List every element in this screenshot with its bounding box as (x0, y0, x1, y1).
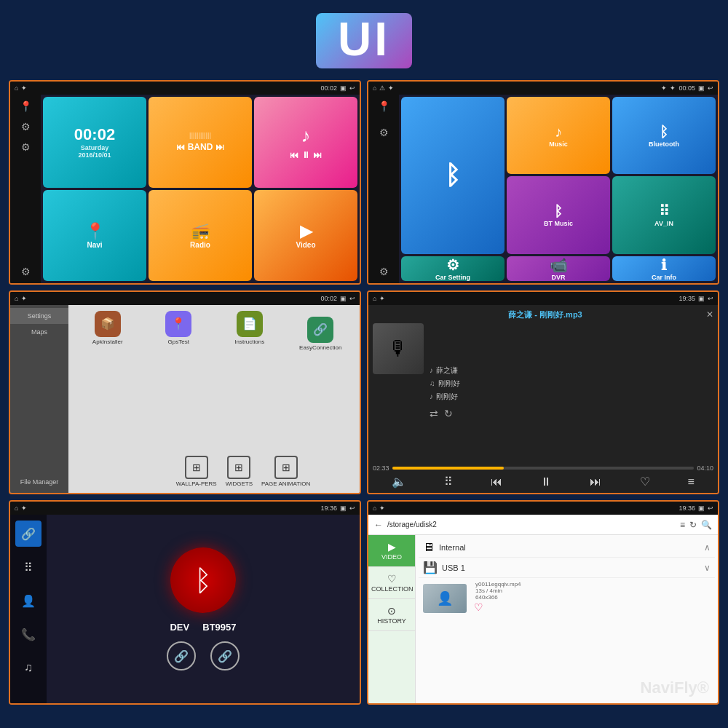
tile-dvr[interactable]: 📹 DVR (507, 256, 610, 281)
tile-navi[interactable]: 📍 Navi (43, 190, 146, 281)
tile-music[interactable]: ♪ ⏮ ⏸ ⏭ (254, 97, 357, 188)
close-btn-4[interactable]: ✕ (706, 309, 713, 320)
sidebar-filemanager[interactable]: File Manager (10, 474, 68, 490)
equalizer-icon-1[interactable]: ⚙ (21, 141, 31, 153)
screen-filemanager: ⌂ ✦ 19:36 ▣ ↩ ← /storage/udisk2 ≡ ↻ 🔍 ▶ (367, 500, 719, 705)
screen-appmenu: ⌂ ⚠ ✦ ✦ ✦ 00:05 ▣ ↩ 📍 ⚙ ⚙ ᛒ (367, 80, 719, 285)
radio-controls: ⏮ BAND ⏭ (176, 142, 225, 152)
bt-link-btn-1[interactable]: 🔗 (167, 641, 196, 670)
tile-bluetooth[interactable]: ᛒ Bluetooth (612, 97, 716, 174)
navi-label: Navi (87, 241, 102, 249)
gear-icon-1[interactable]: ⚙ (21, 266, 31, 277)
gear-icon-2[interactable]: ⚙ (379, 266, 389, 277)
tile-music2[interactable]: ♪ Music (507, 97, 610, 174)
status-time-3: 00:02 (320, 295, 337, 302)
screen-icon-2: ▣ (698, 84, 705, 92)
dvr-label: DVR (551, 274, 565, 281)
sidebar-history[interactable]: ⊙ HISTORY (368, 599, 415, 631)
bt-sidebar-link[interactable]: 🔗 (15, 521, 41, 547)
shuffle-btn[interactable]: ⇄ (430, 408, 438, 419)
s6-body: ▶ VIDEO ♡ COLLECTION ⊙ HISTORY (368, 535, 718, 703)
settings-icon-1[interactable]: ⚙ (21, 121, 31, 132)
sidebar-video[interactable]: ▶ VIDEO (368, 535, 415, 567)
tile-carsetting[interactable]: ⚙ Car Setting (401, 256, 505, 281)
page-animation-btn[interactable]: ⊞ PAGE ANIMATION (261, 456, 310, 487)
play-pause-btn[interactable]: ⏸ (540, 475, 552, 488)
s6-topbar: ← /storage/udisk2 ≡ ↻ 🔍 (368, 515, 718, 535)
back-nav-icon[interactable]: ← (374, 520, 383, 530)
usb1-arrow: ∨ (704, 563, 711, 573)
dev-label: DEV (170, 622, 189, 633)
sidebar-collection[interactable]: ♡ COLLECTION (368, 567, 415, 599)
tile-radio2[interactable]: 📻 Radio (149, 190, 252, 281)
back-icon-2: ↩ (708, 84, 713, 92)
file-thumbnail: 👤 (423, 584, 467, 613)
bt-sidebar-grid[interactable]: ⠿ (15, 554, 41, 580)
sidebar-settings[interactable]: Settings (10, 308, 68, 324)
file-item[interactable]: 👤 y0011egqqlv.mp4 13s / 4min 640x366 ♡ (419, 581, 715, 616)
tile-bt-big[interactable]: ᛒ (401, 97, 505, 254)
tile-avin[interactable]: ⠿ AV_IN (612, 176, 716, 253)
file-duration: 13s / 4min (475, 587, 521, 594)
widgets-label: WIDGETS (226, 480, 253, 487)
status-bar-1: ⌂ ✦ 00:02 ▣ ↩ (10, 82, 360, 95)
artist-name: 薛之谦 (436, 365, 458, 376)
equalizer-icon-2[interactable]: ⚙ (379, 127, 389, 138)
app-gpstest[interactable]: 📍 GpsTest (146, 311, 213, 351)
bt-device-info: DEV BT9957 (170, 622, 236, 633)
history-sidebar-icon: ⊙ (371, 605, 412, 617)
screen-icon-3: ▣ (340, 295, 347, 302)
bt-sidebar-person[interactable]: 👤 (15, 587, 41, 614)
dvr-icon: 📹 (550, 256, 568, 274)
app-instructions[interactable]: 📄 Instructions (216, 311, 283, 351)
s6-main: 🖥 Internal ∧ 💾 USB 1 ∨ (416, 535, 718, 703)
app-easyconnection[interactable]: 🔗 EasyConnection (288, 317, 355, 351)
tile-carinfo[interactable]: ℹ Car Info (612, 256, 716, 281)
tile-radio[interactable]: |||||||||||| ⏮ BAND ⏭ (149, 97, 252, 188)
wallpapers-label: WALLPA-PERS (176, 480, 217, 487)
usb-icon-1: ✦ (21, 84, 27, 92)
sidebar-maps[interactable]: Maps (10, 324, 68, 340)
extra-controls: ⇄ ↻ (430, 408, 713, 419)
location-icon-2[interactable]: 📍 (378, 100, 390, 112)
refresh-icon[interactable]: ↻ (689, 520, 697, 530)
screen-drawer: ⌂ ✦ 00:02 ▣ ↩ Settings Maps File Manager… (9, 290, 361, 495)
screen-icon-5: ▣ (340, 505, 347, 512)
folder-internal[interactable]: 🖥 Internal ∧ (419, 538, 715, 558)
widgets-btn[interactable]: ⊞ WIDGETS (226, 456, 253, 487)
filter-icon[interactable]: ≡ (680, 520, 685, 530)
heart-btn[interactable]: ♡ (640, 475, 650, 488)
progress-bar[interactable] (392, 467, 695, 470)
next-btn[interactable]: ⏭ (590, 475, 601, 488)
s4-controls: 02:33 04:10 🔈 ⠿ ⏮ ⏸ ⏭ ♡ ≡ (373, 464, 713, 488)
search-icon[interactable]: 🔍 (701, 520, 712, 530)
bt-sidebar-phone[interactable]: 📞 (15, 621, 41, 647)
folder-usb1[interactable]: 💾 USB 1 ∨ (419, 558, 715, 578)
repeat-btn[interactable]: ↻ (444, 408, 453, 419)
bt-link-btn-2[interactable]: 🔗 (210, 641, 240, 670)
navi-icon: 📍 (85, 222, 105, 241)
status-bar-6: ⌂ ✦ 19:36 ▣ ↩ (368, 502, 718, 515)
warn-icon-2: ⚠ (379, 84, 385, 92)
list-btn[interactable]: ≡ (688, 475, 695, 488)
wallpapers-btn[interactable]: ⊞ WALLPA-PERS (176, 456, 217, 487)
bt-sidebar-music[interactable]: ♫ (15, 654, 41, 681)
bt-circle[interactable]: ᛒ (170, 547, 236, 613)
bt-big-icon: ᛒ (445, 160, 461, 191)
status-time-1: 00:02 (320, 84, 337, 92)
screen6-content: ← /storage/udisk2 ≡ ↻ 🔍 ▶ VIDEO ♡ COLLEC… (368, 515, 718, 703)
clock-display: 00:02 (74, 125, 115, 144)
tile-video[interactable]: ▶ Video (254, 190, 357, 281)
s3-sidebar: Settings Maps File Manager (10, 305, 68, 494)
tile-clock[interactable]: 00:02 Saturday 2016/10/01 (43, 97, 146, 188)
s2-main: ᛒ ♪ Music ᛒ Bluetooth ᛒ BT Music (399, 95, 718, 283)
back-icon-4: ↩ (708, 295, 713, 302)
app-apkinstaller[interactable]: 📦 ApkInstaller (74, 311, 141, 351)
time-total: 04:10 (697, 464, 713, 472)
tile-btmusic[interactable]: ᛒ BT Music (507, 176, 610, 253)
heart-icon-file[interactable]: ♡ (474, 601, 483, 613)
volume-btn[interactable]: 🔈 (392, 475, 406, 488)
prev-btn[interactable]: ⏮ (491, 475, 502, 488)
eq-btn[interactable]: ⠿ (444, 475, 453, 488)
location-icon-1[interactable]: 📍 (20, 100, 32, 112)
